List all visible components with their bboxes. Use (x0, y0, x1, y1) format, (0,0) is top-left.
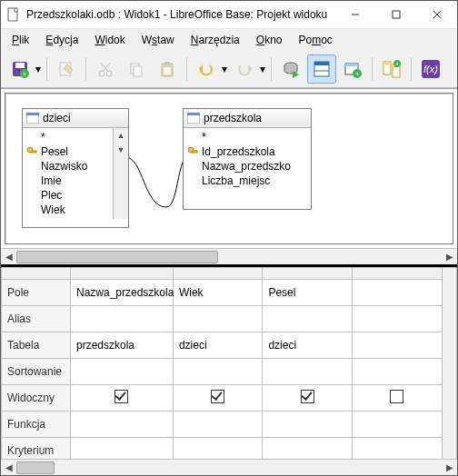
scroll-down-icon[interactable]: ▼ (114, 143, 128, 157)
field-list[interactable]: * Id_przedszkola Nazwa_przedszko Liczba_… (184, 128, 311, 190)
vertical-scrollbar[interactable]: ▲ ▼ (113, 128, 128, 219)
field-row: Pesel (23, 144, 113, 159)
cell-widoczny[interactable] (263, 385, 353, 412)
scroll-right-icon[interactable]: ▶ (442, 252, 457, 262)
cell-pole[interactable]: Wiek (173, 280, 263, 306)
cell-funkcja[interactable] (352, 412, 442, 438)
cell-kryterium[interactable] (352, 438, 442, 460)
key-icon (26, 146, 37, 157)
svg-rect-27 (345, 64, 358, 66)
svg-line-13 (101, 63, 108, 72)
checkbox-icon (114, 390, 128, 403)
svg-rect-41 (32, 151, 36, 153)
row-header-kryterium: Kryterium (2, 438, 71, 460)
redo-button[interactable] (230, 55, 259, 84)
close-button[interactable] (416, 1, 457, 28)
svg-text:+: + (355, 70, 360, 78)
svg-rect-17 (164, 62, 170, 65)
minimize-button[interactable] (334, 1, 375, 28)
table-header[interactable]: przedszkola (184, 109, 311, 128)
field-row: * (184, 130, 311, 144)
add-table-button[interactable]: + (338, 55, 367, 84)
menu-pomoc[interactable]: Pomoc (291, 32, 339, 48)
design-view-button[interactable] (307, 55, 336, 84)
cell-pole[interactable] (352, 280, 442, 306)
field-row: Id_przedszkola (184, 144, 311, 159)
cell-sortowanie[interactable] (173, 359, 263, 385)
cell-kryterium[interactable] (263, 438, 353, 460)
table-icon (187, 113, 200, 124)
app-icon (6, 7, 21, 22)
cell-funkcja[interactable] (173, 412, 263, 438)
scroll-right-icon[interactable]: ▶ (442, 462, 457, 472)
cell-tabela[interactable]: dzieci (263, 332, 353, 359)
paste-button[interactable] (153, 55, 182, 84)
grid-vscrollbar[interactable] (442, 268, 456, 460)
cell-tabela[interactable]: przedszkola (70, 332, 173, 359)
app-window: Przedszkolaki.odb : Widok1 - LibreOffice… (0, 0, 458, 476)
undo-dropdown[interactable]: ▾ (220, 63, 229, 75)
grid-hscrollbar[interactable]: ◀ ▶ (1, 459, 457, 475)
copy-button[interactable] (122, 55, 151, 84)
table-icon (26, 113, 39, 124)
cell-widoczny[interactable] (70, 385, 173, 412)
cell-alias[interactable] (263, 306, 353, 332)
cell-kryterium[interactable] (70, 438, 173, 460)
cell-pole[interactable]: Nazwa_przedszkola (70, 280, 173, 306)
svg-text:+: + (395, 61, 399, 67)
cell-tabela[interactable]: dzieci (173, 332, 263, 359)
cell-sortowanie[interactable] (70, 359, 173, 385)
svg-text:f(x): f(x) (423, 64, 438, 74)
save-button[interactable]: + (5, 55, 35, 84)
svg-text:+: + (23, 70, 27, 78)
separator (372, 57, 373, 81)
scroll-left-icon[interactable]: ◀ (1, 252, 16, 262)
cell-widoczny[interactable] (352, 385, 442, 412)
cell-funkcja[interactable] (263, 412, 353, 438)
svg-point-10 (99, 71, 105, 76)
table-header[interactable]: dzieci (23, 109, 128, 128)
field-row: Liczba_miejsc (184, 174, 311, 188)
cell-alias[interactable] (70, 306, 173, 332)
svg-rect-0 (8, 8, 17, 21)
cell-funkcja[interactable] (70, 412, 173, 438)
redo-dropdown[interactable]: ▾ (258, 63, 267, 75)
cell-sortowanie[interactable] (352, 359, 442, 385)
undo-button[interactable] (192, 55, 221, 84)
cell-widoczny[interactable] (173, 385, 263, 412)
cell-alias[interactable] (352, 306, 442, 332)
maximize-button[interactable] (375, 1, 416, 28)
checkbox-icon (301, 390, 314, 403)
functions-button[interactable]: f(x) (416, 55, 445, 84)
cell-kryterium[interactable] (173, 438, 263, 460)
menu-widok[interactable]: Widok (87, 32, 132, 48)
menu-wstaw[interactable]: Wstaw (134, 32, 182, 48)
cell-sortowanie[interactable] (263, 359, 353, 385)
menubar: Plik Edycja Widok Wstaw Narzędzia Okno P… (1, 29, 457, 51)
separator (46, 57, 47, 81)
design-hscrollbar[interactable]: ◀ ▶ (1, 248, 457, 264)
table-window-dzieci[interactable]: dzieci * Pesel Nazwisko Imie Plec Wiek ▲ (22, 108, 129, 228)
save-dropdown[interactable]: ▾ (34, 63, 43, 75)
table-window-przedszkola[interactable]: przedszkola * Id_przedszkola Nazwa_przed… (183, 108, 312, 210)
menu-edycja[interactable]: Edycja (38, 32, 85, 48)
svg-rect-18 (164, 67, 171, 74)
menu-okno[interactable]: Okno (249, 32, 290, 48)
menu-plik[interactable]: Plik (5, 32, 36, 48)
scroll-left-icon[interactable]: ◀ (1, 462, 16, 472)
field-list[interactable]: * Pesel Nazwisko Imie Plec Wiek (23, 128, 113, 219)
scroll-up-icon[interactable]: ▲ (114, 128, 128, 143)
relation-canvas[interactable]: dzieci * Pesel Nazwisko Imie Plec Wiek ▲ (5, 93, 453, 244)
cell-pole[interactable]: Pesel (263, 280, 353, 306)
cell-tabela[interactable] (352, 332, 442, 359)
field-row: Imie (23, 174, 113, 188)
cell-alias[interactable] (173, 306, 263, 332)
edit-button[interactable] (52, 55, 81, 84)
grid-table[interactable]: Pole Nazwa_przedszkola Wiek Pesel Alias … (1, 267, 457, 459)
separator (411, 57, 412, 81)
run-query-button[interactable] (276, 55, 305, 84)
new-relation-button[interactable]: + (377, 55, 406, 84)
field-row: Wiek (23, 203, 113, 217)
menu-narzedzia[interactable]: Narzędzia (184, 32, 247, 48)
cut-button[interactable] (91, 55, 120, 84)
